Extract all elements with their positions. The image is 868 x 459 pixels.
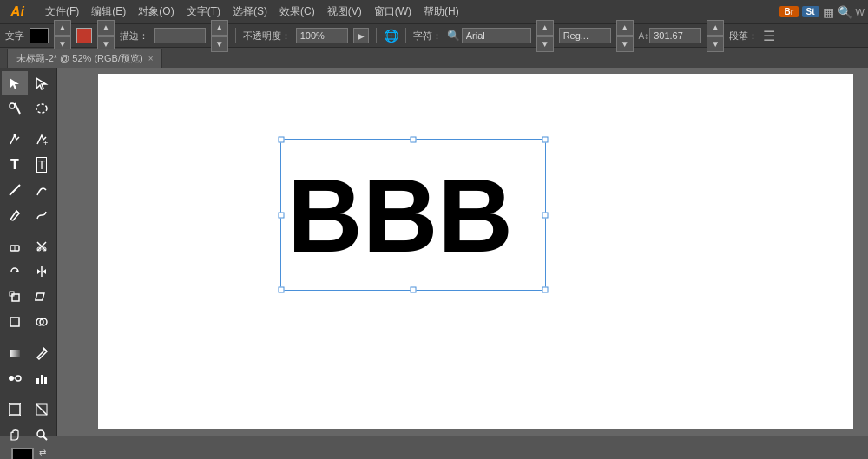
svg-line-37 — [20, 415, 22, 416]
bridge-icon[interactable]: Br — [779, 6, 798, 17]
zoom-tool[interactable] — [29, 423, 55, 447]
gradient-tool[interactable] — [2, 341, 28, 365]
arrange-icon[interactable]: ▦ — [823, 5, 834, 19]
type-tool[interactable]: T — [2, 153, 28, 177]
svg-marker-0 — [10, 78, 19, 89]
tool-row-4: T T — [2, 153, 55, 177]
opacity-arrow[interactable]: ▶ — [353, 28, 369, 43]
svg-rect-22 — [10, 318, 19, 326]
menu-edit[interactable]: 编辑(E) — [86, 3, 131, 21]
magic-wand-tool[interactable] — [2, 96, 28, 121]
stroke-up-btn[interactable]: ▲ — [97, 20, 115, 36]
direct-selection-tool[interactable] — [29, 71, 55, 95]
fill-swatch[interactable] — [30, 28, 49, 43]
svg-line-41 — [43, 436, 47, 440]
menu-effect[interactable]: 效果(C) — [274, 3, 320, 21]
svg-point-27 — [9, 376, 14, 381]
color-pair: ⇄ ■ — [11, 448, 46, 459]
opacity-input[interactable] — [296, 28, 348, 43]
para-label: 段落： — [729, 30, 758, 43]
slice-tool[interactable] — [29, 397, 55, 422]
svg-line-35 — [20, 403, 22, 404]
smooth-tool[interactable] — [29, 203, 55, 227]
font-family-input[interactable] — [462, 28, 531, 43]
tab-close-btn[interactable]: × — [148, 54, 154, 63]
search-icon[interactable]: 🔍 — [838, 5, 852, 19]
text-content[interactable]: BBB — [280, 139, 546, 291]
shear-tool[interactable] — [29, 285, 55, 309]
document-tab[interactable]: 未标题-2* @ 52% (RGB/预览) × — [7, 49, 162, 68]
add-anchor-tool[interactable]: + — [29, 128, 55, 152]
tab-bar: 未标题-2* @ 52% (RGB/预览) × — [0, 47, 868, 68]
tool-row-3: + — [2, 128, 55, 152]
font-label: 字符： — [413, 30, 442, 43]
font-style-up[interactable]: ▲ — [616, 20, 634, 36]
font-family-up[interactable]: ▲ — [536, 20, 554, 36]
eraser-tool[interactable] — [2, 234, 28, 259]
pencil-tool[interactable] — [2, 203, 28, 227]
svg-rect-21 — [36, 293, 44, 300]
tool-row-10 — [2, 310, 55, 334]
stroke-val-up[interactable]: ▲ — [211, 20, 228, 36]
sep3 — [405, 28, 406, 43]
stock-icon[interactable]: St — [802, 6, 819, 17]
menu-object[interactable]: 对象(O) — [133, 3, 179, 21]
font-style-input[interactable] — [559, 28, 611, 43]
reflect-tool[interactable] — [29, 259, 55, 284]
artboard-tool[interactable] — [2, 397, 28, 422]
scissors-tool[interactable] — [29, 234, 55, 259]
tool-row-2 — [2, 96, 55, 121]
font-size-up[interactable]: ▲ — [707, 20, 724, 36]
area-type-tool[interactable]: T — [29, 153, 55, 177]
font-size-input[interactable] — [649, 28, 701, 43]
selection-tool[interactable] — [2, 71, 28, 95]
canvas-area: BBB — [57, 68, 868, 436]
column-graph-tool[interactable] — [29, 366, 55, 390]
svg-line-38 — [36, 404, 47, 415]
svg-point-5 — [14, 134, 16, 137]
stroke-label: 描边： — [120, 30, 148, 43]
svg-line-36 — [8, 415, 10, 416]
svg-rect-19 — [12, 294, 19, 301]
shape-builder-tool[interactable] — [29, 310, 55, 334]
free-transform-tool[interactable] — [2, 310, 28, 334]
opacity-label: 不透明度： — [243, 30, 291, 43]
font-style-down[interactable]: ▼ — [616, 36, 634, 52]
fill-up-btn[interactable]: ▲ — [54, 20, 71, 36]
font-family-down[interactable]: ▼ — [536, 36, 554, 52]
toolbar-row1: 文字 ▲ ▼ ▲ ▼ 描边： ▲ ▼ 不透明度： ▶ 🌐 字符： 🔍 ▲ ▼ ▲… — [0, 23, 868, 47]
svg-marker-17 — [37, 269, 41, 274]
rotate-tool[interactable] — [2, 259, 28, 284]
text-object[interactable]: BBB — [280, 139, 546, 291]
menu-view[interactable]: 视图(V) — [322, 3, 367, 21]
menu-help[interactable]: 帮助(H) — [418, 3, 464, 21]
app-logo: Ai — [3, 4, 31, 20]
tool-row-8 — [2, 259, 55, 284]
pen-tool[interactable] — [2, 128, 28, 152]
arc-tool[interactable] — [29, 178, 55, 202]
svg-marker-1 — [36, 78, 46, 89]
line-tool[interactable] — [2, 178, 28, 202]
font-size-down[interactable]: ▼ — [707, 36, 724, 52]
foreground-color-swatch[interactable] — [11, 448, 34, 459]
stroke-input[interactable] — [154, 28, 206, 43]
stroke-val-down[interactable]: ▼ — [211, 36, 228, 52]
blend-tool[interactable] — [2, 366, 28, 390]
menu-file[interactable]: 文件(F) — [40, 3, 84, 21]
area-type-icon: T — [36, 157, 48, 173]
tool-row-7 — [2, 234, 55, 259]
menu-select[interactable]: 选择(S) — [227, 3, 273, 21]
main-area: + T T — [0, 68, 868, 436]
paragraph-icon[interactable]: ☰ — [763, 28, 775, 44]
swap-colors-icon[interactable]: ⇄ — [39, 448, 46, 457]
menu-type[interactable]: 文字(T) — [181, 3, 226, 21]
scale-tool[interactable] — [2, 285, 28, 309]
font-search-icon: 🔍 — [447, 30, 460, 42]
menu-window[interactable]: 窗口(W) — [369, 3, 417, 21]
web-icon[interactable]: 🌐 — [384, 29, 398, 43]
lasso-tool[interactable] — [29, 96, 55, 121]
stroke-color-swatch[interactable] — [76, 28, 92, 43]
eyedropper-tool[interactable] — [29, 341, 55, 365]
hand-tool[interactable] — [2, 423, 28, 447]
svg-line-8 — [16, 211, 19, 213]
